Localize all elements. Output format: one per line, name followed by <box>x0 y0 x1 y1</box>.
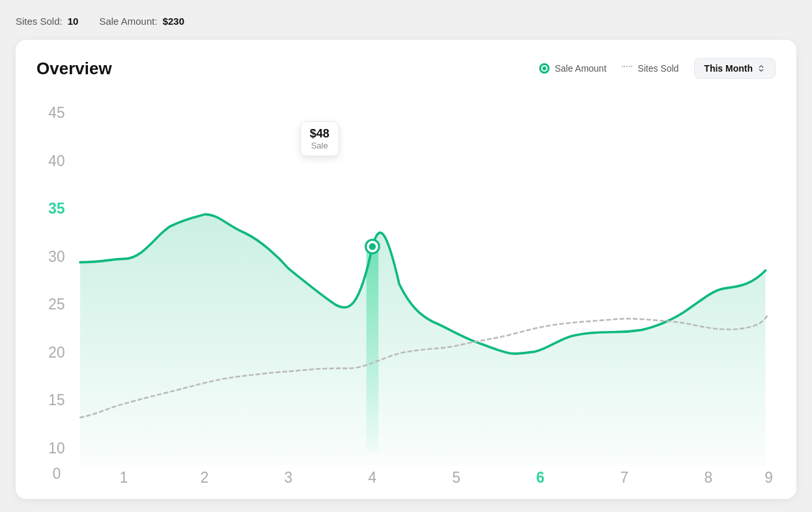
card-title: Overview <box>36 59 112 79</box>
svg-text:10: 10 <box>48 439 64 456</box>
svg-text:35: 35 <box>48 200 65 217</box>
card-header: Overview Sale Amount Sites Sold This Mon… <box>36 58 776 79</box>
legend-sites-sold: Sites Sold <box>622 63 679 74</box>
legend-sale-amount-label: Sale Amount <box>555 63 606 74</box>
sale-amount-label: Sale Amount: <box>99 16 157 27</box>
chart-container: $48 Sale 45 40 35 30 25 20 15 10 <box>36 89 776 486</box>
svg-text:30: 30 <box>48 248 64 264</box>
svg-text:45: 45 <box>48 104 64 121</box>
sale-amount-value: $230 <box>163 16 184 27</box>
legend-sites-sold-label: Sites Sold <box>637 63 679 74</box>
overview-card: Overview Sale Amount Sites Sold This Mon… <box>16 40 796 499</box>
sites-sold-value: 10 <box>68 16 79 27</box>
sale-amount-dot-icon <box>539 63 550 74</box>
svg-text:1: 1 <box>120 469 128 486</box>
svg-text:5: 5 <box>453 469 461 486</box>
svg-text:20: 20 <box>48 343 64 360</box>
svg-text:7: 7 <box>621 469 629 486</box>
svg-text:4: 4 <box>369 469 377 486</box>
filter-button[interactable]: This Month <box>694 58 776 79</box>
legend-sale-amount: Sale Amount <box>539 63 606 74</box>
overview-chart: 45 40 35 30 25 20 15 10 0 1 2 3 4 5 6 7 … <box>36 89 776 486</box>
svg-text:25: 25 <box>48 296 64 313</box>
svg-text:9: 9 <box>764 469 773 486</box>
svg-text:40: 40 <box>48 152 64 169</box>
svg-text:2: 2 <box>201 469 209 486</box>
svg-text:3: 3 <box>285 469 293 486</box>
svg-text:0: 0 <box>53 465 61 482</box>
chevron-updown-icon <box>757 64 766 73</box>
filter-label: This Month <box>704 63 753 74</box>
svg-text:6: 6 <box>537 469 545 486</box>
top-stats-bar: Sites Sold: 10 Sale Amount: $230 <box>16 13 796 29</box>
legend-filter-group: Sale Amount Sites Sold This Month <box>539 58 776 79</box>
svg-text:8: 8 <box>705 469 713 486</box>
sites-sold-dot-icon <box>622 66 632 71</box>
sites-sold-label: Sites Sold: <box>16 16 63 27</box>
svg-text:15: 15 <box>48 391 64 408</box>
svg-point-20 <box>369 243 376 250</box>
